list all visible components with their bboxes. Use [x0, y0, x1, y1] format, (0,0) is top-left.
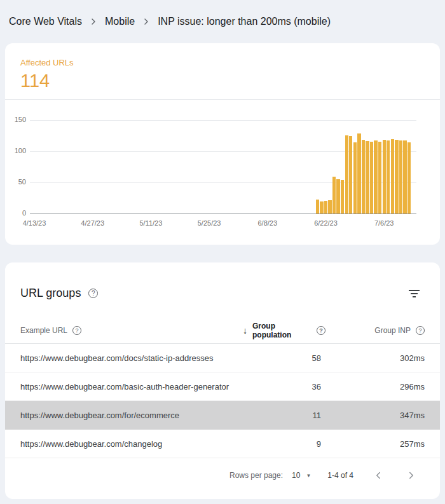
table-footer: Rows per page: 10 ▼ 1-4 of 4 — [5, 458, 440, 493]
cell-group-population: 9 — [243, 439, 325, 449]
column-label: Group INP — [374, 326, 411, 335]
chart-bar[interactable] — [349, 136, 352, 214]
chart-bar[interactable] — [320, 201, 323, 214]
chart-bar[interactable] — [366, 141, 369, 214]
cell-example-url: https://www.debugbear.com/for/ecommerce — [20, 411, 243, 420]
y-axis-label: 100 — [5, 147, 26, 154]
dropdown-arrow-icon: ▼ — [306, 473, 311, 479]
chevron-right-icon — [88, 17, 99, 27]
table-row[interactable]: https://www.debugbear.com/docs/static-ip… — [5, 344, 440, 372]
table-row[interactable]: https://www.debugbear.com/basic-auth-hea… — [5, 372, 440, 401]
chevron-left-icon — [373, 470, 384, 481]
column-header-example-url[interactable]: Example URL ? — [20, 326, 243, 335]
chart-bar[interactable] — [395, 140, 398, 214]
help-icon[interactable]: ? — [72, 326, 81, 335]
column-header-group-inp[interactable]: Group INP ? — [325, 326, 425, 335]
table-header-row: Example URL ? ↓ Group population ? Group… — [5, 317, 440, 344]
url-groups-card: URL groups ? Example URL ? ↓ Group popul… — [5, 262, 440, 499]
help-icon[interactable]: ? — [317, 326, 325, 335]
chart-bar[interactable] — [399, 140, 402, 214]
help-icon[interactable]: ? — [416, 326, 425, 335]
breadcrumb-item-current-issue: INP issue: longer than 200ms (mobile) — [158, 16, 331, 27]
sort-descending-icon: ↓ — [243, 325, 247, 336]
affected-urls-label: Affected URLs — [20, 58, 425, 67]
filter-list-icon — [409, 290, 420, 297]
chart-bar[interactable] — [336, 179, 339, 214]
table-row[interactable]: https://www.debugbear.com/for/ecommerce1… — [5, 401, 440, 430]
breadcrumb: Core Web Vitals Mobile INP issue: longer… — [0, 0, 445, 43]
chart-bar[interactable] — [316, 200, 319, 214]
help-icon[interactable]: ? — [88, 289, 98, 298]
cell-group-inp: 296ms — [325, 382, 425, 392]
chart-bar[interactable] — [378, 142, 381, 214]
affected-urls-toggle[interactable]: Affected URLs 114 — [5, 43, 440, 100]
url-groups-body: https://www.debugbear.com/docs/static-ip… — [5, 344, 440, 458]
cell-example-url: https://www.debugbear.com/basic-auth-hea… — [20, 382, 243, 392]
chevron-right-icon — [141, 17, 151, 27]
rows-per-page-value: 10 — [292, 471, 300, 480]
affected-urls-chart: 0501001504/13/234/27/235/11/235/25/236/8… — [5, 100, 440, 244]
chart-bar[interactable] — [341, 180, 344, 214]
summary-chart-card: Affected URLs 114 0501001504/13/234/27/2… — [5, 43, 440, 245]
x-axis-label: 4/13/23 — [23, 219, 46, 227]
chart-bar[interactable] — [328, 200, 331, 214]
x-axis-label: 5/25/23 — [198, 219, 221, 227]
y-axis-label: 0 — [5, 209, 26, 217]
chart-bar[interactable] — [407, 142, 411, 214]
y-axis-label: 50 — [5, 178, 26, 186]
column-label: Group population — [252, 322, 312, 339]
rows-per-page-label: Rows per page: — [229, 471, 283, 480]
chart-bar[interactable] — [403, 140, 406, 214]
x-axis-label: 6/8/23 — [258, 219, 278, 227]
chart-bar[interactable] — [357, 133, 360, 214]
column-header-group-population[interactable]: ↓ Group population ? — [243, 322, 325, 339]
cell-group-population: 58 — [243, 353, 325, 363]
next-page-button[interactable] — [400, 467, 422, 484]
column-label: Example URL — [20, 326, 67, 335]
x-axis-label: 7/6/23 — [374, 219, 394, 227]
cell-group-population: 36 — [243, 382, 325, 392]
cell-group-population: 11 — [243, 411, 325, 420]
chart-bar[interactable] — [345, 135, 348, 214]
rows-per-page-select[interactable]: 10 ▼ — [292, 471, 311, 480]
breadcrumb-item-core-web-vitals[interactable]: Core Web Vitals — [9, 16, 82, 27]
x-axis-label: 6/22/23 — [314, 219, 338, 227]
table-row[interactable]: https://www.debugbear.com/changelog9257m… — [5, 430, 440, 458]
cell-group-inp: 347ms — [325, 411, 425, 420]
prev-page-button[interactable] — [367, 467, 389, 484]
cell-group-inp: 257ms — [325, 439, 425, 449]
chart-bar[interactable] — [353, 142, 357, 214]
x-axis-label: 4/27/23 — [81, 219, 104, 227]
filter-button[interactable] — [406, 287, 422, 300]
breadcrumb-item-mobile[interactable]: Mobile — [105, 16, 135, 27]
chart-bar[interactable] — [391, 139, 394, 214]
gridline — [30, 214, 416, 214]
cell-group-inp: 302ms — [325, 353, 425, 363]
y-axis-label: 150 — [5, 116, 26, 123]
gridline — [30, 120, 416, 121]
chart-bar[interactable] — [324, 201, 327, 214]
cell-example-url: https://www.debugbear.com/docs/static-ip… — [20, 353, 243, 363]
x-axis-label: 5/11/23 — [139, 219, 162, 227]
chevron-right-icon — [406, 470, 417, 481]
chart-bar[interactable] — [332, 177, 336, 214]
chart-bar[interactable] — [374, 140, 377, 214]
chart-bar[interactable] — [370, 142, 373, 214]
chart-bar[interactable] — [362, 140, 365, 214]
pagination-range: 1-4 of 4 — [327, 471, 353, 480]
chart-bar[interactable] — [383, 140, 386, 214]
affected-urls-value: 114 — [20, 71, 425, 92]
cell-example-url: https://www.debugbear.com/changelog — [20, 439, 243, 449]
chart-bar[interactable] — [387, 140, 390, 214]
url-groups-title: URL groups — [20, 287, 81, 300]
